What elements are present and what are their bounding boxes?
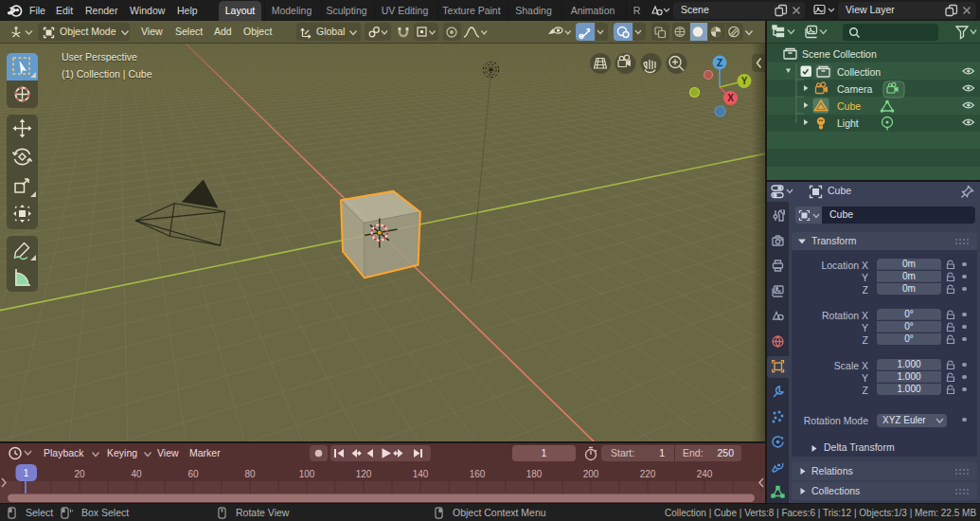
svg-text:80: 80 [244, 469, 256, 479]
svg-text:180: 180 [526, 469, 543, 479]
svg-text:Cube: Cube [837, 100, 861, 112]
svg-text:Light: Light [837, 117, 859, 129]
svg-text:Y: Y [741, 76, 748, 86]
svg-text:20: 20 [74, 469, 85, 479]
svg-text:100: 100 [299, 469, 315, 479]
svg-text:240: 240 [697, 469, 713, 479]
svg-text:1: 1 [24, 468, 29, 478]
svg-text:200: 200 [583, 469, 599, 479]
svg-text:Collection: Collection [837, 66, 881, 78]
svg-text:160: 160 [470, 469, 486, 479]
svg-text:140: 140 [413, 469, 429, 479]
svg-text:120: 120 [356, 469, 372, 479]
svg-text:Scene Collection: Scene Collection [802, 48, 877, 60]
svg-text:220: 220 [640, 469, 656, 479]
svg-text:40: 40 [131, 469, 142, 479]
svg-text:X: X [727, 93, 734, 103]
svg-text:Camera: Camera [837, 83, 873, 95]
svg-text:Z: Z [717, 58, 722, 68]
svg-text:60: 60 [187, 469, 199, 479]
